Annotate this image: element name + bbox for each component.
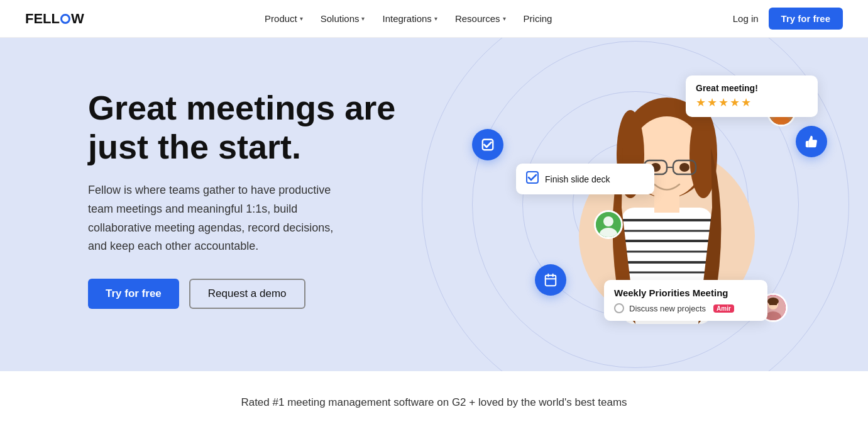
finish-slide-text: Finish slide deck [545,174,610,184]
nav-integrations[interactable]: Integrations ▾ [382,13,437,24]
hero-visual: Great meeting! ★★★★★ Finish slide deck W… [378,38,868,371]
svg-point-8 [679,163,689,172]
nav-links: Product ▾ Solutions ▾ Integrations ▾ Res… [265,13,552,24]
great-meeting-stars: ★★★★★ [696,96,808,109]
nav-actions: Log in Try for free [733,8,843,30]
try-for-free-nav-button[interactable]: Try for free [769,8,843,30]
circle-check-icon [614,303,624,313]
weekly-priorities-card: Weekly Priorities Meeting Discuss new pr… [604,280,767,321]
nav-product[interactable]: Product ▾ [265,13,303,24]
chevron-down-icon: ▾ [361,15,365,22]
amir-badge: Amir [713,304,734,313]
chevron-down-icon: ▾ [503,15,506,22]
hero-title: Great meetings are just the start. [88,88,415,166]
hero-description: Fellow is where teams gather to have pro… [88,181,352,256]
logo-text-part2: W [71,11,84,27]
chevron-down-icon: ▾ [434,15,437,22]
try-for-free-hero-button[interactable]: Try for free [88,279,179,309]
checkbox-checked-icon [526,171,539,187]
logo-icon [60,14,70,24]
nav-pricing[interactable]: Pricing [524,13,552,24]
avatar-green [594,210,623,239]
login-link[interactable]: Log in [733,13,759,24]
hero-buttons: Try for free Request a demo [88,279,415,309]
great-meeting-title: Great meeting! [696,83,808,93]
nav-resources[interactable]: Resources ▾ [455,13,506,24]
rated-text: Rated #1 meeting management software on … [25,396,843,409]
thumbs-up-icon-button[interactable] [796,126,827,157]
svg-rect-22 [546,276,556,286]
logo[interactable]: FELL W [25,11,84,27]
great-meeting-card: Great meeting! ★★★★★ [686,75,818,117]
request-demo-button[interactable]: Request a demo [189,279,305,309]
discuss-row: Discuss new projects Amir [614,303,757,313]
bottom-bar: Rated #1 meeting management software on … [0,371,868,424]
logo-text-part1: FELL [25,11,60,27]
svg-rect-20 [654,195,679,213]
discuss-text: Discuss new projects [629,304,706,313]
svg-point-27 [603,216,613,226]
weekly-priorities-title: Weekly Priorities Meeting [614,287,757,298]
chevron-down-icon: ▾ [300,15,303,22]
calendar-icon-button[interactable] [535,264,566,296]
check-icon-button[interactable] [472,129,503,160]
hero-content: Great meetings are just the start. Fello… [88,75,415,309]
finish-slide-card: Finish slide deck [516,164,654,194]
nav-solutions[interactable]: Solutions ▾ [321,13,365,24]
navbar: FELL W Product ▾ Solutions ▾ Integration… [0,0,868,38]
hero-section: Great meetings are just the start. Fello… [0,38,868,371]
